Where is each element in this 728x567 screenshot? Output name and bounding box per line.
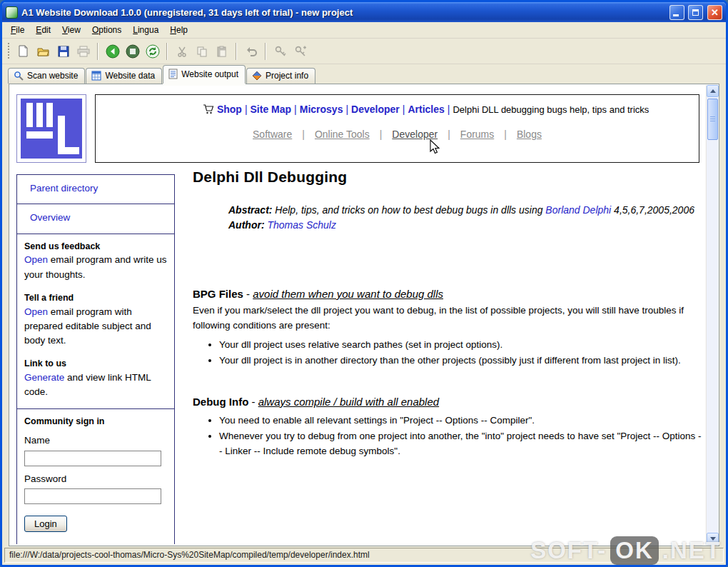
refresh-icon: [146, 44, 160, 59]
new-document-icon: [17, 45, 29, 57]
dash: -: [243, 288, 253, 300]
generate-link[interactable]: Generate: [24, 372, 64, 383]
nav-separator: |: [400, 104, 408, 115]
find-next-button[interactable]: [290, 41, 310, 61]
nav-link-site-map[interactable]: Site Map: [251, 104, 292, 115]
tab-label: Scan website: [27, 71, 78, 81]
page-title: Delphi Dll Debugging: [193, 169, 702, 186]
dash: -: [248, 396, 258, 408]
tab-project-info[interactable]: Project info: [246, 68, 315, 84]
tab-website-output[interactable]: Website output: [163, 65, 246, 84]
menu-lingua[interactable]: Lingua: [127, 23, 164, 37]
link-to-us-title: Link to us: [24, 357, 168, 371]
nav-separator: |: [343, 104, 351, 115]
toolbar-grip[interactable]: [7, 43, 11, 60]
new-document-button[interactable]: [14, 41, 33, 61]
titlebar[interactable]: A1 Website Download 1.0.0 (unregistered,…: [2, 2, 726, 22]
vertical-scrollbar[interactable]: [706, 85, 718, 545]
find-button[interactable]: [271, 41, 290, 61]
open-folder-icon: [37, 46, 50, 57]
cart-icon: [203, 104, 214, 114]
stop-button[interactable]: [123, 41, 142, 61]
parent-directory-link[interactable]: Parent directory: [24, 181, 98, 196]
app-window: A1 Website Download 1.0.0 (unregistered,…: [0, 0, 728, 567]
feedback-open-link[interactable]: Open: [24, 254, 48, 265]
nav-link-software[interactable]: Software: [243, 129, 302, 140]
tab-scan-website[interactable]: Scan website: [8, 68, 85, 84]
print-icon: [77, 46, 90, 57]
login-button[interactable]: Login: [24, 516, 67, 532]
menu-help[interactable]: Help: [164, 23, 193, 37]
tab-page-website-output: Shop|Site Map|Microsys|Developer|Article…: [9, 84, 719, 546]
tab-label: Project info: [266, 71, 308, 81]
refresh-button[interactable]: [143, 41, 162, 61]
nav-link-online-tools[interactable]: Online Tools: [305, 129, 380, 140]
paste-clipboard-icon: [216, 46, 228, 57]
community-title: Community sign in: [24, 415, 168, 428]
debug-bullet-list: You need to enable all relevant settings…: [193, 413, 702, 459]
watermark-prefix: SOFT-: [530, 537, 607, 564]
abstract-block: Abstract: Help, tips, and tricks on how …: [228, 203, 702, 218]
sidebar-parent-directory: Parent directory: [16, 174, 175, 204]
menu-file[interactable]: File: [5, 23, 30, 37]
save-button[interactable]: [54, 41, 73, 61]
list-item: You need to enable all relevant settings…: [219, 413, 702, 428]
nav-separator: |: [445, 104, 453, 115]
copy-icon: [196, 46, 208, 57]
link-to-us-group: Link to us Generate and view link HTML c…: [24, 357, 168, 399]
copy-button[interactable]: [192, 41, 211, 61]
debug-section-title: Debug Info: [193, 396, 248, 408]
nav-link-blogs[interactable]: Blogs: [507, 129, 552, 140]
cut-scissors-icon: [176, 46, 188, 57]
back-icon: [106, 44, 120, 59]
nav-link-developer[interactable]: Developer: [351, 104, 400, 115]
tab-website-data[interactable]: Website data: [86, 68, 162, 84]
menu-view[interactable]: View: [56, 23, 86, 37]
open-button[interactable]: [34, 41, 53, 61]
menu-options[interactable]: Options: [86, 23, 127, 37]
minimize-button[interactable]: [669, 5, 684, 20]
app-icon: [6, 6, 18, 19]
scrollbar-thumb[interactable]: [707, 99, 718, 140]
sidebar-overview: Overview: [16, 204, 175, 234]
scroll-up-button[interactable]: [707, 85, 719, 97]
author-link[interactable]: Thomas Schulz: [267, 219, 335, 231]
tell-friend-open-link[interactable]: Open: [24, 306, 48, 317]
borland-delphi-link[interactable]: Borland Delphi: [545, 204, 611, 216]
site-logo[interactable]: [16, 94, 86, 163]
print-button[interactable]: [74, 41, 93, 61]
list-item: Your dll project is in another directory…: [219, 353, 702, 368]
site-top-nav: Shop|Site Map|Microsys|Developer|Article…: [95, 94, 699, 163]
abstract-label: Abstract:: [228, 204, 272, 216]
password-label: Password: [24, 472, 168, 486]
bpg-intro-paragraph: Even if you mark/select the dll project …: [193, 303, 702, 333]
nav-link-articles[interactable]: Articles: [408, 104, 444, 115]
close-button[interactable]: ✕: [707, 5, 722, 20]
overview-link[interactable]: Overview: [24, 210, 70, 226]
back-button[interactable]: [103, 41, 122, 61]
nav-link-developer-2[interactable]: Developer: [382, 129, 448, 140]
toolbar-separator: [265, 43, 266, 60]
author-label: Author:: [228, 219, 265, 231]
password-input[interactable]: [24, 488, 161, 504]
sidebar-info-box: Send us feedback Open email program and …: [16, 234, 175, 409]
webview: Shop|Site Map|Microsys|Developer|Article…: [11, 86, 705, 544]
name-label: Name: [24, 433, 168, 448]
paste-button[interactable]: [212, 41, 231, 61]
toolbar-separator: [97, 43, 98, 60]
list-item: Whenever you try to debug from one proje…: [219, 429, 702, 459]
undo-button[interactable]: [241, 41, 261, 61]
nav-link-microsys[interactable]: Microsys: [300, 104, 343, 115]
maximize-button[interactable]: [688, 5, 703, 20]
bpg-bullet-list: Your dll project uses relative search pa…: [193, 338, 702, 368]
debug-info-section: Debug Info - always compile / build with…: [193, 394, 702, 459]
undo-icon: [245, 46, 258, 57]
bpg-section-subtitle: avoid them when you want to debug dlls: [253, 288, 443, 300]
cut-button[interactable]: [172, 41, 191, 61]
nav-link-shop[interactable]: Shop: [217, 104, 242, 115]
name-input[interactable]: [24, 451, 161, 466]
nav-link-forums[interactable]: Forums: [450, 129, 504, 140]
abstract-versions: 4,5,6,7,2005,2006: [611, 204, 694, 216]
bpg-section-title: BPG Files: [193, 288, 243, 300]
menu-edit[interactable]: Edit: [30, 23, 56, 37]
